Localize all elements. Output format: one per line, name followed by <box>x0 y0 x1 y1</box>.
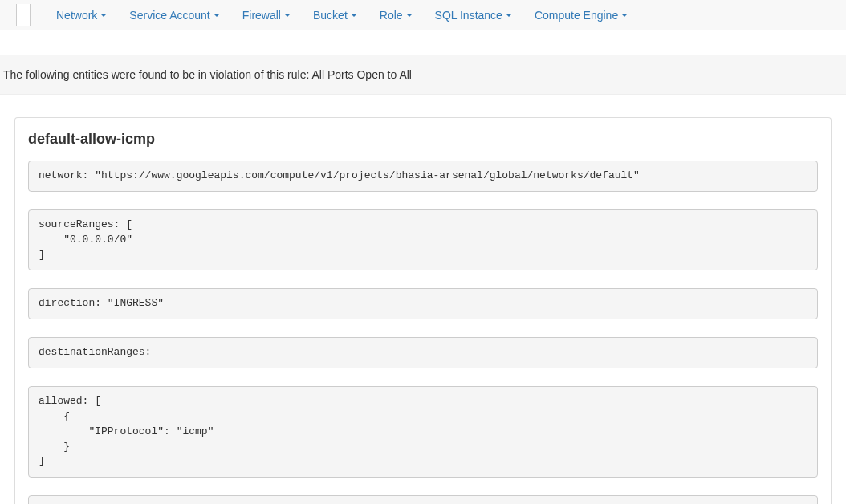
nav-item-service-account[interactable]: Service Account <box>118 0 230 30</box>
entity-title: default-allow-icmp <box>28 131 818 148</box>
nav-item-firewall[interactable]: Firewall <box>231 0 302 30</box>
main-content: default-allow-icmp network: "https://www… <box>0 95 846 504</box>
brand-box <box>16 4 31 26</box>
nav-item-bucket[interactable]: Bucket <box>302 0 368 30</box>
chevron-down-icon <box>621 14 628 17</box>
violation-alert: The following entities were found to be … <box>0 55 846 95</box>
nav-label: SQL Instance <box>435 9 502 22</box>
nav-label: Role <box>380 9 403 22</box>
nav-label: Firewall <box>242 9 281 22</box>
chevron-down-icon <box>100 14 107 17</box>
code-direction: direction: "INGRESS" <box>28 288 818 319</box>
chevron-down-icon <box>506 14 512 17</box>
chevron-down-icon <box>406 14 413 17</box>
nav-item-role[interactable]: Role <box>368 0 424 30</box>
nav-item-network[interactable]: Network <box>45 0 118 30</box>
code-allowed: allowed: [ { "IPProtocol": "icmp" } ] <box>28 386 818 478</box>
code-source-ranges: sourceRanges: [ "0.0.0.0/0" ] <box>28 209 818 271</box>
chevron-down-icon <box>214 14 220 17</box>
nav-label: Service Account <box>129 9 209 22</box>
nav-label: Network <box>56 9 97 22</box>
nav-label: Compute Engine <box>535 9 618 22</box>
entity-card: default-allow-icmp network: "https://www… <box>14 117 832 504</box>
code-network: network: "https://www.googleapis.com/com… <box>28 161 818 192</box>
nav-label: Bucket <box>313 9 348 22</box>
top-navbar: Network Service Account Firewall Bucket … <box>0 0 846 30</box>
chevron-down-icon <box>284 14 291 17</box>
chevron-down-icon <box>351 14 357 17</box>
nav-item-sql-instance[interactable]: SQL Instance <box>424 0 523 30</box>
code-destination-ranges: destinationRanges: <box>28 337 818 368</box>
alert-text: The following entities were found to be … <box>3 68 412 81</box>
code-description: description: "Allow ICMP from anywhere" <box>28 495 818 504</box>
nav-item-compute-engine[interactable]: Compute Engine <box>523 0 639 30</box>
